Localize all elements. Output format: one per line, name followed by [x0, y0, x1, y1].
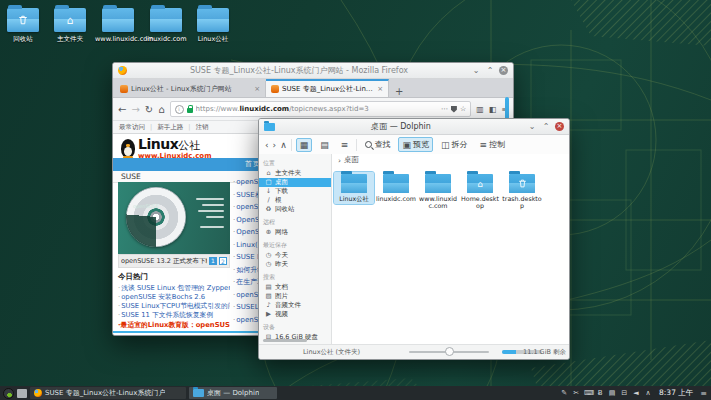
taskbar-task-firefox[interactable]: SUSE 专题_Linux公社-Linux系统门户: [30, 387, 186, 399]
pager-2[interactable]: 2: [219, 257, 227, 265]
tab-label: Linux公社 - Linux系统门户网站: [131, 84, 251, 94]
places-item-images[interactable]: ▨图片: [259, 292, 331, 301]
minimize-icon[interactable]: ⌄: [471, 66, 481, 76]
tab-close-icon[interactable]: ×: [377, 85, 383, 93]
file-item-linux-gongshe[interactable]: Linux公社: [334, 172, 374, 204]
article-link[interactable]: ·openSUSE 安装Bochs 2.6: [118, 293, 230, 302]
places-item-trash[interactable]: ♻回收站: [259, 205, 331, 214]
home-icon: ⌂: [265, 170, 272, 177]
file-item-linuxidc[interactable]: linuxidc.com: [376, 172, 416, 204]
reload-icon[interactable]: ↻: [145, 104, 153, 115]
clipboard-icon[interactable]: ✂: [572, 389, 580, 397]
desktop-icon-www-linuxidc[interactable]: www.linuxidc.com: [95, 8, 141, 43]
separator: [291, 139, 292, 151]
file-item-home-desktop[interactable]: ⌂ Home.desktop: [460, 172, 500, 211]
banner-caption[interactable]: openSUSE 13.2 正式发布下载: [121, 257, 207, 266]
back-icon[interactable]: ‹: [265, 140, 269, 150]
location-breadcrumb[interactable]: › 桌面: [332, 154, 569, 166]
taskbar-task-dolphin[interactable]: 桌面 — Dolphin: [189, 387, 277, 399]
view-icons-button[interactable]: ▦: [296, 138, 313, 152]
dolphin-window-title: 桌面 — Dolphin: [279, 121, 523, 132]
page-actions-icon[interactable]: ⋯: [441, 105, 448, 113]
places-item-desktop[interactable]: ▢桌面: [259, 178, 331, 187]
back-icon[interactable]: ←: [118, 104, 126, 115]
close-icon[interactable]: ×: [499, 66, 508, 75]
forward-icon[interactable]: →: [131, 104, 139, 115]
url-text[interactable]: https://www.linuxidc.com/topicnews.aspx?…: [196, 105, 438, 113]
maximize-icon[interactable]: ⌃: [485, 66, 495, 76]
desktop-icon-linux-gongshe[interactable]: Linux公社: [190, 8, 236, 44]
home-icon[interactable]: ⌂: [158, 104, 164, 115]
places-item-root[interactable]: /根: [259, 196, 331, 205]
pager-1[interactable]: 1: [209, 257, 217, 265]
panel-horizontal-scrollbar[interactable]: [263, 339, 307, 342]
bookmark-star-icon[interactable]: ☆: [460, 105, 466, 113]
site-info-icon[interactable]: i: [175, 105, 184, 114]
digital-clock[interactable]: 8:37 上午: [659, 388, 693, 398]
file-item-trash-desktop[interactable]: trash.desktop: [502, 172, 542, 211]
bluetooth-icon[interactable]: Ƀ: [596, 389, 604, 397]
up-icon[interactable]: ∧: [280, 140, 287, 150]
folder-view: › 桌面 Linux公社 linuxidc.com www.linuxidc.c…: [332, 154, 569, 345]
bookmark-item[interactable]: 新手上路: [157, 123, 183, 132]
slider-handle[interactable]: [445, 347, 454, 356]
close-icon[interactable]: ×: [555, 122, 564, 131]
dolphin-titlebar[interactable]: 桌面 — Dolphin ⌄ ⌃ ×: [259, 119, 569, 135]
desktop-pager[interactable]: [17, 389, 27, 398]
tab-suse-topic[interactable]: SUSE 专题_Linux公社-Linux系统门户 ×: [266, 79, 389, 97]
audio-icon: ♪: [265, 302, 272, 309]
panel-settings-icon[interactable]: ≡: [700, 389, 707, 398]
library-icon[interactable]: ▥: [476, 105, 484, 114]
input-method-icon[interactable]: ⌨: [584, 389, 592, 397]
places-item-network[interactable]: ⊕网络: [259, 228, 331, 237]
minimize-icon[interactable]: ⌄: [527, 122, 537, 132]
volume-icon[interactable]: ◄: [632, 389, 640, 397]
file-item-www-linuxidc[interactable]: www.linuxidc.com: [418, 172, 458, 211]
tab-favicon: [120, 85, 128, 93]
bookmark-item[interactable]: 最常访问: [119, 123, 145, 132]
places-item-home[interactable]: ⌂主文件夹: [259, 169, 331, 178]
breadcrumb-folder[interactable]: 桌面: [344, 155, 359, 165]
bookmark-item[interactable]: 注销: [195, 123, 208, 132]
video-icon: ▶: [265, 311, 272, 318]
expand-arrow-icon[interactable]: ∧: [644, 389, 652, 397]
article-link[interactable]: ·SUSE Linux下CPU节电模式引发的问题: [118, 302, 230, 311]
control-button[interactable]: ≡控制: [475, 137, 509, 152]
article-link-highlighted[interactable]: ·最适宜的Linux教育版：openSUSE 11.: [118, 320, 230, 330]
view-details-button[interactable]: ≡: [337, 138, 353, 152]
article-link[interactable]: ·浅谈 SUSE Linux 包管理的 Zypper: [118, 284, 230, 293]
network-icon[interactable]: ⊟: [620, 389, 628, 397]
site-logo[interactable]: Linux公社 www.Linuxidc.com: [121, 136, 211, 160]
places-item-today[interactable]: ◷今天: [259, 251, 331, 260]
desktop-icon-home[interactable]: ⌂ 主文件夹: [47, 8, 93, 44]
pocket-icon[interactable]: [451, 106, 457, 113]
desktop-icon-trash[interactable]: 回收站: [0, 8, 46, 44]
tab-linuxidc-home[interactable]: Linux公社 - Linux系统门户网站 ×: [115, 81, 266, 97]
places-item-audio[interactable]: ♪音频文件: [259, 301, 331, 310]
root-icon: /: [265, 197, 272, 204]
split-button[interactable]: ◫拆分: [437, 137, 472, 152]
view-compact-button[interactable]: ▤: [316, 138, 333, 152]
new-tab-button[interactable]: +: [389, 86, 409, 97]
sidebar-icon[interactable]: ◧: [489, 105, 497, 114]
app-launcher-icon[interactable]: [3, 388, 14, 399]
places-item-yesterday[interactable]: ◷昨天: [259, 260, 331, 269]
url-bar[interactable]: i https://www.linuxidc.com/topicnews.asp…: [170, 101, 472, 117]
opensuse-banner[interactable]: openSUSE: [118, 182, 230, 254]
desktop-icon-linuxidc[interactable]: linuxidc.com: [143, 8, 189, 43]
zoom-slider[interactable]: [409, 351, 489, 353]
article-link[interactable]: ·SUSE 11 下文件系统恢复案例: [118, 311, 230, 320]
status-icon[interactable]: ✎: [560, 389, 568, 397]
places-item-videos[interactable]: ▶视频: [259, 310, 331, 319]
preview-button[interactable]: ▣预览: [398, 137, 433, 152]
download-icon: ↓: [265, 188, 272, 195]
device-notifier-icon[interactable]: ▤: [608, 389, 616, 397]
places-item-downloads[interactable]: ↓下载: [259, 187, 331, 196]
cd-disc-image: openSUSE: [126, 187, 186, 247]
places-item-documents[interactable]: ▤文档: [259, 283, 331, 292]
forward-icon[interactable]: ›: [273, 140, 277, 150]
find-button[interactable]: 查找: [361, 137, 394, 152]
tab-close-icon[interactable]: ×: [254, 85, 260, 93]
firefox-titlebar[interactable]: SUSE 专题_Linux公社-Linux系统门户网站 - Mozilla Fi…: [113, 63, 513, 79]
maximize-icon[interactable]: ⌃: [541, 122, 551, 132]
